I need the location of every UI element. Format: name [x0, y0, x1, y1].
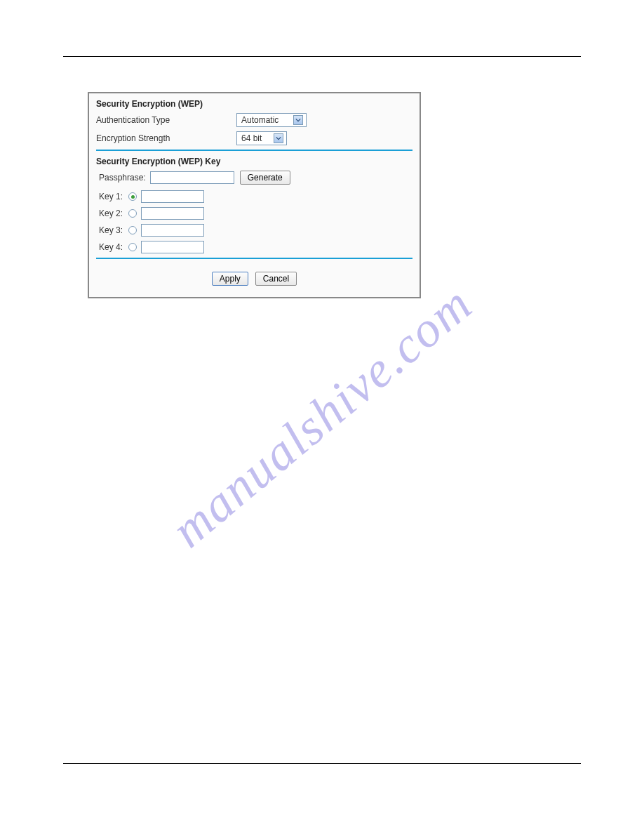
top-divider: [63, 56, 581, 57]
passphrase-row: Passphrase: Generate: [99, 171, 412, 185]
key-row: Key 2:: [99, 207, 412, 220]
key-row: Key 4:: [99, 241, 412, 253]
enc-strength-select[interactable]: 64 bit: [236, 131, 287, 145]
key-3-radio[interactable]: [128, 226, 137, 234]
section-heading-wep: Security Encryption (WEP): [96, 99, 412, 109]
auth-type-row: Authentication Type Automatic: [96, 113, 412, 127]
key-label: Key 3:: [99, 225, 128, 235]
key-4-radio[interactable]: [128, 243, 137, 251]
auth-type-select[interactable]: Automatic: [236, 113, 307, 127]
key-2-input[interactable]: [141, 207, 204, 220]
key-row: Key 3:: [99, 224, 412, 237]
key-2-radio[interactable]: [128, 209, 137, 218]
passphrase-label: Passphrase:: [99, 173, 146, 183]
config-panel: Security Encryption (WEP) Authentication…: [88, 92, 421, 298]
chevron-down-icon: [293, 115, 303, 125]
key-label: Key 2:: [99, 208, 128, 218]
section-divider: [96, 150, 412, 151]
cancel-button[interactable]: Cancel: [255, 272, 297, 286]
auth-type-label: Authentication Type: [96, 115, 236, 125]
key-label: Key 1:: [99, 192, 128, 201]
enc-strength-row: Encryption Strength 64 bit: [96, 131, 412, 145]
key-1-radio[interactable]: [128, 192, 137, 201]
apply-button[interactable]: Apply: [212, 272, 248, 286]
section-heading-wep-key: Security Encryption (WEP) Key: [96, 157, 412, 166]
passphrase-input[interactable]: [150, 171, 234, 184]
enc-strength-label: Encryption Strength: [96, 133, 236, 143]
bottom-divider: [63, 763, 581, 764]
key-row: Key 1:: [99, 190, 412, 203]
key-1-input[interactable]: [141, 190, 204, 203]
section-divider: [96, 258, 412, 259]
page-content: Security Encryption (WEP) Authentication…: [0, 0, 644, 355]
auth-type-value: Automatic: [241, 115, 290, 125]
key-label: Key 4:: [99, 242, 128, 252]
chevron-down-icon: [274, 133, 283, 143]
key-3-input[interactable]: [141, 224, 204, 237]
generate-button[interactable]: Generate: [240, 171, 290, 185]
key-4-input[interactable]: [141, 241, 204, 253]
enc-strength-value: 64 bit: [241, 133, 271, 143]
button-row: Apply Cancel: [96, 265, 412, 290]
